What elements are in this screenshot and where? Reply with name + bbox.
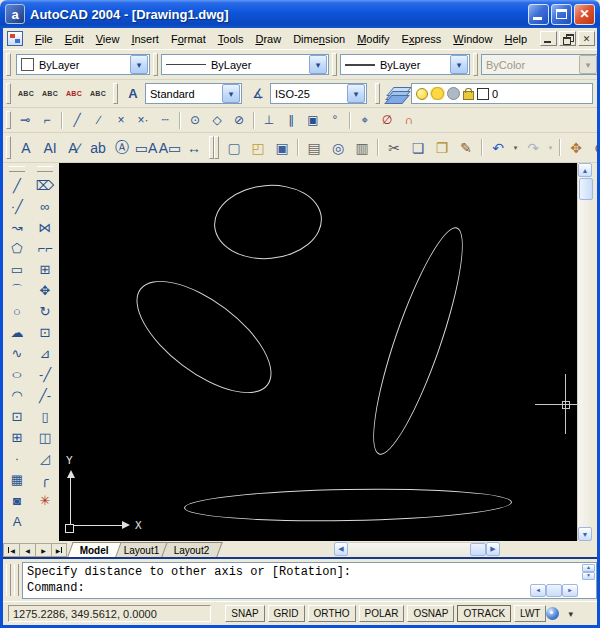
plot-icon[interactable]: ▤ <box>302 136 326 160</box>
move-icon[interactable]: ✥ <box>33 280 57 301</box>
chevron-down-icon[interactable] <box>450 55 468 74</box>
toolbar-grip[interactable] <box>6 53 11 75</box>
menu-insert[interactable]: Insert <box>125 30 165 48</box>
toggle-lwt[interactable]: LWT <box>514 605 546 622</box>
snap-parallel-icon[interactable]: ∥ <box>280 110 302 130</box>
toggle-ortho[interactable]: ORTHO <box>308 605 356 622</box>
snap-tangent-icon[interactable]: ⊘ <box>228 110 250 130</box>
region-icon[interactable]: ◙ <box>5 490 29 511</box>
stretch-icon[interactable]: ⊿ <box>33 343 57 364</box>
close-button[interactable] <box>574 4 595 25</box>
edit-text-icon[interactable]: A∕ <box>62 136 86 160</box>
toolbar-grip[interactable] <box>332 53 337 75</box>
scroll-down-button[interactable] <box>582 572 595 580</box>
scroll-down-button[interactable] <box>578 527 592 541</box>
toolbar-grip[interactable] <box>9 166 25 172</box>
array-icon[interactable]: ⊞ <box>33 259 57 280</box>
communication-center-icon[interactable] <box>546 607 559 620</box>
menu-modify[interactable]: Modify <box>351 30 395 48</box>
menu-dimension[interactable]: Dimension <box>287 30 351 48</box>
hatch-icon[interactable]: ▦ <box>5 469 29 490</box>
toolbar-grip[interactable] <box>6 83 11 104</box>
scroll-right-button[interactable] <box>562 584 578 597</box>
chevron-down-icon[interactable] <box>222 84 240 103</box>
scroll-left-button[interactable] <box>334 542 348 556</box>
paste-icon[interactable]: ❐ <box>430 136 454 160</box>
tab-layout2[interactable]: Layout2 <box>162 542 223 557</box>
menu-window[interactable]: Window <box>447 30 498 48</box>
tab-model[interactable]: Model <box>67 542 121 557</box>
layers-icon[interactable] <box>387 87 407 101</box>
break-at-point-icon[interactable]: ▯ <box>33 406 57 427</box>
justify-text-icon[interactable]: A▭ <box>158 136 182 160</box>
publish-icon[interactable]: ▥ <box>350 136 374 160</box>
toolbar-grip[interactable] <box>473 53 478 75</box>
make-block-icon[interactable]: ⊞ <box>5 427 29 448</box>
snap-perpendicular-icon[interactable]: ⊥ <box>258 110 280 130</box>
snap-insert-icon[interactable]: ▣ <box>302 110 324 130</box>
convert-distance-icon[interactable]: ↔ <box>182 136 206 160</box>
snap-extension-icon[interactable]: ┄ <box>154 110 176 130</box>
single-line-text-icon[interactable]: AI <box>38 136 62 160</box>
toolbar-grip[interactable] <box>6 111 11 130</box>
chevron-down-icon[interactable] <box>130 55 148 74</box>
next-tab-button[interactable]: ▶ <box>35 543 51 557</box>
extend-icon[interactable]: ╱- <box>33 385 57 406</box>
command-line-input[interactable]: Specify distance to other axis or [Rotat… <box>22 562 597 599</box>
spline-icon[interactable]: ∿ <box>5 343 29 364</box>
construction-line-icon[interactable]: ∙╱ <box>5 196 29 217</box>
match-properties-icon[interactable]: ✎ <box>454 136 478 160</box>
drawing-file-icon[interactable] <box>7 31 23 46</box>
arc-aligned-text-icon[interactable]: ABC <box>86 83 110 105</box>
text-style-icon[interactable]: A <box>121 83 145 105</box>
toggle-snap[interactable]: SNAP <box>225 605 264 622</box>
ellipse-arc-icon[interactable]: ◠ <box>5 385 29 406</box>
cut-icon[interactable]: ✂ <box>382 136 406 160</box>
scroll-right-button[interactable] <box>486 542 500 556</box>
text-mask-icon[interactable]: ABC <box>38 83 62 105</box>
prev-tab-button[interactable]: ◀ <box>19 543 35 557</box>
toolbar-grip[interactable] <box>6 136 11 158</box>
command-window-grip[interactable] <box>6 564 11 596</box>
redo-dropdown[interactable]: ▾ <box>545 136 556 160</box>
vertical-scroll-thumb[interactable] <box>579 178 593 200</box>
menu-help[interactable]: Help <box>498 30 533 48</box>
title-bar[interactable]: a AutoCAD 2004 - [Drawing1.dwg] <box>0 0 600 28</box>
redo-icon[interactable]: ↷ <box>521 136 545 160</box>
undo-icon[interactable]: ↶ <box>486 136 510 160</box>
chevron-down-icon[interactable] <box>309 55 327 74</box>
copy-object-icon[interactable]: ∞ <box>33 196 57 217</box>
snap-quadrant-icon[interactable]: ◇ <box>206 110 228 130</box>
menu-file[interactable]: File <box>29 30 59 48</box>
revision-cloud-icon[interactable]: ☁ <box>5 322 29 343</box>
pan-realtime-icon[interactable]: ✥ <box>564 136 588 160</box>
mdi-restore-button[interactable] <box>559 31 576 46</box>
snap-center-icon[interactable]: ⊙ <box>184 110 206 130</box>
text-fit-icon[interactable]: ABC <box>14 83 38 105</box>
snap-from-icon[interactable]: ⌐ <box>36 110 58 130</box>
scale-icon[interactable]: ⊡ <box>33 322 57 343</box>
offset-icon[interactable]: ⌐⌐ <box>33 238 57 259</box>
scroll-left-button[interactable] <box>530 584 546 597</box>
toolbar-grip[interactable] <box>375 83 380 104</box>
toggle-otrack[interactable]: OTRACK <box>457 605 511 622</box>
rectangle-icon[interactable]: ▭ <box>5 259 29 280</box>
zoom-realtime-icon[interactable]: ⊕ <box>588 136 597 160</box>
scroll-thumb[interactable] <box>546 584 562 597</box>
vertical-scrollbar[interactable] <box>577 163 591 541</box>
layer-combo[interactable]: 0 <box>411 83 593 104</box>
mirror-icon[interactable]: ⋈ <box>33 217 57 238</box>
undo-dropdown[interactable]: ▾ <box>510 136 521 160</box>
scroll-up-button[interactable] <box>578 163 592 177</box>
save-icon[interactable]: ▣ <box>270 136 294 160</box>
multiline-text-icon[interactable]: A <box>14 136 38 160</box>
new-file-icon[interactable]: ▢ <box>222 136 246 160</box>
text-style-icon[interactable]: Ⓐ <box>110 136 134 160</box>
toolbar-grip[interactable] <box>214 136 219 158</box>
arc-icon[interactable]: ⌒ <box>5 280 29 301</box>
point-icon[interactable]: ∙ <box>5 448 29 469</box>
scroll-up-button[interactable] <box>582 564 595 572</box>
menu-format[interactable]: Format <box>165 30 212 48</box>
copy-clip-icon[interactable]: ❏ <box>406 136 430 160</box>
command-window-grip[interactable] <box>14 564 19 596</box>
